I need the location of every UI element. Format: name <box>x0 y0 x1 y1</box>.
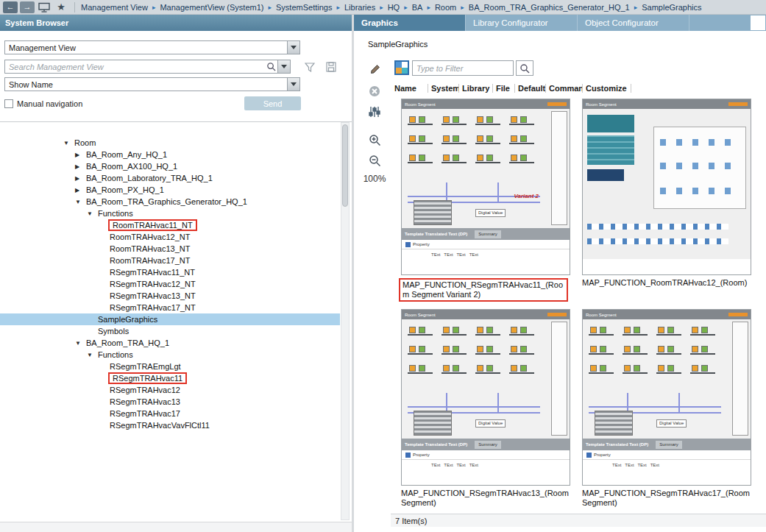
search-icon[interactable] <box>264 62 277 71</box>
view-mode-grid-icon[interactable] <box>394 60 409 75</box>
tree-item[interactable]: ▶BA_Room_Laboratory_TRA_HQ_1 <box>0 172 340 184</box>
tree-item-label: RoomTRAHvac17_NT <box>108 256 191 265</box>
sliders-icon[interactable] <box>364 103 385 121</box>
thumb-footer-label: Template Translated Text (DP) <box>586 442 648 447</box>
breadcrumb-item[interactable]: BA <box>412 3 423 12</box>
tree-item-label: Room <box>73 138 97 147</box>
search-box[interactable] <box>4 60 291 74</box>
pipe-line <box>408 406 540 408</box>
tree-item[interactable]: ▶BA_Room_PX_HQ_1 <box>0 184 340 196</box>
forward-button[interactable]: → <box>20 1 35 13</box>
tree-item[interactable]: ▼Functions <box>0 349 340 361</box>
tree-item[interactable]: RSegmTRAHvac17 <box>0 408 340 419</box>
tab-library-configurator[interactable]: Library Configurator <box>466 15 578 31</box>
expand-arrow-icon[interactable]: ▶ <box>75 187 85 194</box>
zoom-out-icon[interactable] <box>364 152 385 169</box>
manual-navigation-row: Manual navigation Send <box>4 96 347 110</box>
chevron-down-icon[interactable] <box>277 60 290 73</box>
save-icon[interactable] <box>325 61 338 73</box>
tree-item[interactable]: RSegmTRAHvac11 <box>0 372 340 384</box>
breadcrumb-item[interactable]: BA_Room_TRA_Graphics_Generator_HQ_1 <box>469 3 630 12</box>
favorites-star-icon[interactable]: ★ <box>54 1 68 13</box>
tree-item[interactable]: ▶BA_Room_AX100_HQ_1 <box>0 160 340 172</box>
collapse-arrow-icon[interactable]: ▼ <box>87 210 96 217</box>
breadcrumb-item[interactable]: Libraries <box>344 3 375 12</box>
filter-search-button[interactable] <box>516 60 533 76</box>
column-header[interactable]: Library <box>462 84 493 93</box>
send-button[interactable]: Send <box>244 96 301 110</box>
collapse-arrow-icon[interactable]: ▼ <box>75 340 85 347</box>
chevron-down-icon[interactable] <box>287 78 299 91</box>
tree-item[interactable]: ▶BA_Room_Any_HQ_1 <box>0 149 340 160</box>
column-header[interactable]: File <box>496 84 515 93</box>
collapse-arrow-icon[interactable]: ▼ <box>87 352 96 358</box>
column-header[interactable]: Default <box>518 84 546 93</box>
tree-item[interactable]: RSegmTRAHvac11_NT <box>0 266 340 278</box>
breadcrumb-item[interactable]: HQ <box>388 3 400 12</box>
tree-item[interactable]: RoomTRAHvac17_NT <box>0 255 340 266</box>
breadcrumb-item[interactable]: Management View <box>81 3 148 12</box>
zoom-in-icon[interactable] <box>364 131 385 149</box>
tree-vertical-scrollbar[interactable] <box>341 122 350 520</box>
tree-item[interactable]: SampleGraphics <box>0 313 340 325</box>
expand-arrow-icon[interactable]: ▶ <box>75 163 85 170</box>
tree-item[interactable]: RoomTRAHvac11_NT <box>0 219 340 231</box>
tab-graphics[interactable]: Graphics <box>354 15 466 31</box>
graphic-thumbnail[interactable]: Room Segment Digital Value Variant 2 Tem… <box>401 99 570 275</box>
column-header[interactable]: Command <box>549 84 583 93</box>
monitor-icon[interactable] <box>37 1 52 13</box>
display-mode-selector[interactable]: Show Name <box>4 77 300 91</box>
tree-item-label: BA_Room_TRA_HQ_1 <box>85 338 171 347</box>
graphic-thumbnail[interactable]: Room Segment <box>582 99 751 275</box>
breadcrumb-item[interactable]: SampleGraphics <box>642 3 701 12</box>
graphic-thumbnail[interactable]: Room Segment Digital Value Template Tran… <box>401 309 570 486</box>
edit-brush-icon[interactable] <box>364 60 385 78</box>
tree-item[interactable]: ▼BA_Room_TRA_Graphics_Generator_HQ_1 <box>0 196 340 208</box>
tree-item[interactable]: Symbols <box>0 325 340 337</box>
breadcrumb-item[interactable]: Room <box>435 3 456 12</box>
graphic-item[interactable]: Room Segment Digital Value Variant 2 Tem… <box>401 99 572 309</box>
column-header[interactable]: System <box>431 84 459 93</box>
search-input[interactable] <box>5 63 264 71</box>
graphic-item[interactable]: Room Segment Digital Value Template Tran… <box>582 309 753 519</box>
graphic-thumbnail[interactable]: Room Segment Digital Value Template Tran… <box>582 309 751 486</box>
column-header[interactable]: Customize <box>586 84 631 93</box>
chevron-down-icon[interactable] <box>287 41 299 54</box>
back-button[interactable]: ← <box>3 1 18 13</box>
tree-item[interactable]: RSegmTRAHvac12 <box>0 384 340 396</box>
scrollbar-thumb[interactable] <box>342 124 348 207</box>
manual-navigation-option[interactable]: Manual navigation <box>4 99 82 108</box>
collapse-arrow-icon[interactable]: ▼ <box>63 140 73 146</box>
filter-input[interactable] <box>412 60 514 76</box>
tree-item[interactable]: RoomTRAHvac13_NT <box>0 243 340 255</box>
tree-item[interactable]: RSegmTRAHvac17_NT <box>0 302 340 313</box>
tree-item[interactable]: RoomTRAHvac12_NT <box>0 231 340 243</box>
tree-item[interactable]: RSegmTRAHvac13_NT <box>0 290 340 302</box>
column-header[interactable]: Name <box>394 84 428 93</box>
schematic-component <box>509 134 534 144</box>
manual-navigation-checkbox[interactable] <box>4 99 13 108</box>
tree-item[interactable]: ▼BA_Room_TRA_HQ_1 <box>0 337 340 349</box>
expand-arrow-icon[interactable]: ▶ <box>75 175 85 182</box>
graphic-item[interactable]: Room Segment Digital Value Template Tran… <box>401 309 572 519</box>
breadcrumb-item[interactable]: SystemSettings <box>276 3 332 12</box>
view-selector[interactable]: Management View <box>4 40 300 54</box>
digital-value-box: Digital Value <box>656 419 687 428</box>
tree-item[interactable]: RSegmTRAHvac13 <box>0 396 340 408</box>
tree-item[interactable]: ▼Functions <box>0 208 340 219</box>
selected-object-name: SampleGraphics <box>368 40 428 49</box>
graphic-caption: MAP_FUNCTION_RSegmTRAHvac13_(Room Segmen… <box>401 489 570 508</box>
expand-arrow-icon[interactable]: ▶ <box>75 152 85 158</box>
graphic-item[interactable]: Room Segment MAP_FUNCTION_RoomTRAHvac12_… <box>582 99 753 309</box>
tab-object-configurator[interactable]: Object Configurator <box>578 15 689 31</box>
tree-horizontal-scrollbar[interactable] <box>0 522 352 532</box>
clear-circle-icon[interactable] <box>364 82 385 100</box>
tree-item[interactable]: ▼Room <box>0 137 340 149</box>
tree-item[interactable]: RSegmTRAHvacVavFlCtl11 <box>0 419 340 431</box>
tree-item[interactable]: RSegmTRAEmgLgt <box>0 361 340 372</box>
tree-item[interactable]: RSegmTRAHvac12_NT <box>0 278 340 290</box>
collapse-arrow-icon[interactable]: ▼ <box>75 199 85 205</box>
filter-funnel-icon[interactable] <box>303 61 316 73</box>
breadcrumb-item[interactable]: ManagementView (System1) <box>160 3 263 12</box>
thumb-footer-label: Template Translated Text (DP) <box>405 442 467 447</box>
